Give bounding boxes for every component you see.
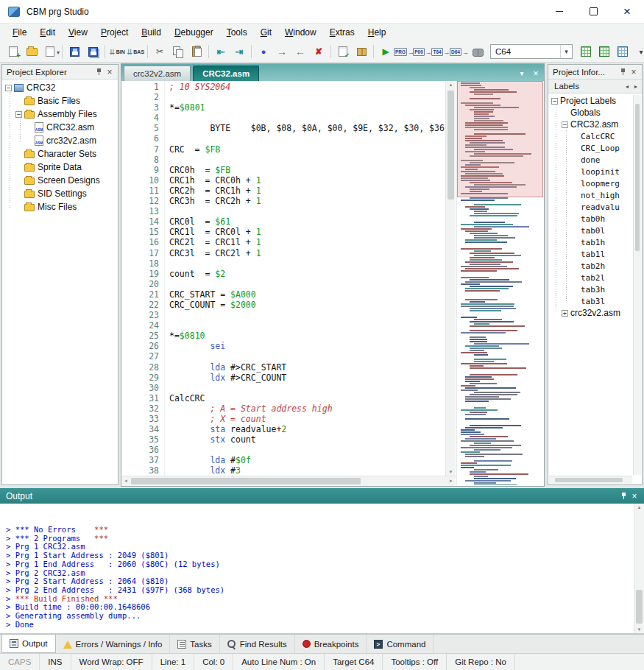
close-document-icon[interactable] (530, 66, 542, 81)
project-tree-item[interactable]: Sprite Data (2, 161, 118, 174)
pin-icon[interactable] (618, 67, 628, 77)
close-panel-icon[interactable] (105, 67, 115, 77)
tab-list-dropdown-icon[interactable] (516, 66, 528, 81)
syntax-check-button[interactable] (334, 43, 352, 60)
code-line[interactable]: CRC0h = $FB (169, 165, 445, 175)
code-line[interactable] (169, 383, 445, 393)
label-tree-item[interactable]: tab3l (548, 295, 642, 307)
export-p00-button[interactable]: P00 (414, 43, 431, 60)
label-tree-item[interactable]: readvalu (548, 201, 642, 213)
status-tooltips[interactable]: Tooltips : Off (383, 654, 447, 670)
close-panel-icon[interactable] (629, 67, 639, 77)
code-line[interactable]: lda #>CRC_START (169, 362, 445, 373)
disconnect-button[interactable] (469, 43, 486, 60)
scrollbar-thumb[interactable] (447, 91, 454, 200)
code-line[interactable] (169, 113, 445, 123)
scroll-down-icon[interactable] (446, 470, 456, 474)
label-tree-item[interactable]: tab0l (548, 225, 642, 236)
labels-vertical-scrollbar[interactable] (633, 95, 641, 475)
project-tree-item[interactable]: −CRC32 (2, 81, 118, 94)
code-line[interactable]: CRC1l = CRC0l + 1 (169, 227, 445, 237)
chevron-down-icon[interactable] (560, 45, 572, 58)
project-tree-item[interactable]: Screen Designs (2, 174, 118, 187)
scroll-tabs-right-icon[interactable] (631, 80, 640, 93)
run-button[interactable] (377, 43, 394, 60)
menu-file[interactable]: File (6, 25, 33, 40)
code-line[interactable]: CRC3h = CRC2h + 1 (169, 196, 445, 206)
code-line[interactable] (169, 92, 445, 102)
next-error-button[interactable] (273, 43, 291, 60)
close-button[interactable] (610, 0, 644, 23)
code-line[interactable] (169, 310, 445, 320)
menu-git[interactable]: Git (254, 25, 278, 40)
code-line[interactable]: lda #$0f (169, 455, 445, 465)
tab-crc32-asm[interactable]: CRC32.asm (193, 66, 259, 81)
scroll-up-icon[interactable] (634, 505, 644, 509)
labels-horizontal-scrollbar[interactable] (549, 476, 632, 484)
output-console[interactable]: > *** No Errors ***> *** 2 Programs ***>… (0, 504, 644, 634)
convert-bas-button[interactable]: BAS (127, 43, 144, 60)
copy-button[interactable] (169, 43, 187, 60)
label-tree-item[interactable]: loopinit (548, 166, 642, 177)
scrollbar-thumb[interactable] (131, 478, 361, 484)
menu-view[interactable]: View (62, 25, 94, 40)
menu-build[interactable]: Build (135, 25, 168, 40)
save-button[interactable] (66, 43, 83, 60)
code-line[interactable] (169, 155, 445, 165)
menu-project[interactable]: Project (94, 25, 135, 40)
new-project-button[interactable] (4, 43, 22, 60)
collapse-icon[interactable]: − (5, 85, 12, 91)
compile-button[interactable] (255, 43, 272, 60)
menu-debugger[interactable]: Debugger (168, 25, 220, 40)
export-t64-button[interactable]: T64 (432, 43, 450, 60)
charset-editor-button[interactable] (577, 43, 595, 60)
label-tree-item[interactable]: tab1h (548, 236, 642, 248)
label-tree-item[interactable]: tab2h (548, 260, 642, 272)
code-line[interactable] (169, 133, 445, 144)
indent-button[interactable] (230, 43, 248, 60)
status-word-wrap[interactable]: Word Wrap: OFF (71, 654, 152, 670)
label-tree-item[interactable]: tab0h (548, 213, 642, 225)
label-tree-item[interactable]: Globals (548, 107, 642, 119)
convert-bin-button[interactable]: BIN (108, 43, 126, 60)
scrollbar-thumb[interactable] (636, 590, 643, 624)
label-tree-item[interactable]: CalcCRC (548, 130, 642, 142)
prev-error-button[interactable] (291, 43, 309, 60)
editor-horizontal-scrollbar[interactable] (121, 476, 456, 486)
scrollbar-thumb[interactable] (555, 478, 623, 482)
code-line[interactable]: CRC2l = CRC1l + 1 (169, 237, 445, 247)
paste-button[interactable] (188, 43, 205, 60)
code-line[interactable]: sei (169, 341, 445, 351)
project-tree-item[interactable]: ASMcrc32v2.asm (2, 134, 118, 147)
target-select[interactable]: C64 (490, 44, 573, 59)
tab-errors-warnings-info[interactable]: Errors / Warnings / Info (56, 635, 171, 653)
project-tree-item[interactable]: Character Sets (2, 147, 118, 161)
label-tree-item[interactable]: CRC_Loop (548, 142, 642, 154)
pin-icon[interactable] (618, 491, 629, 501)
menu-window[interactable]: Window (278, 25, 323, 40)
tab-find-results[interactable]: Find Results (220, 635, 295, 653)
code-line[interactable]: ; A = Start address high (169, 403, 445, 414)
cut-button[interactable] (151, 43, 169, 60)
code-line[interactable]: ldx #3 (169, 465, 445, 476)
code-editor[interactable]: ; 10 SYS2064 *=$0801 BYTE $0B, $08, $0A,… (164, 81, 445, 476)
menu-extras[interactable]: Extras (323, 25, 361, 40)
outdent-button[interactable] (212, 43, 230, 60)
code-line[interactable]: stx count (169, 434, 445, 445)
stop-button[interactable] (310, 43, 328, 60)
code-line[interactable]: BYTE $0B, $08, $0A, $00, $9E, $32, $30, … (169, 123, 445, 133)
code-line[interactable] (169, 279, 445, 289)
label-tree-item[interactable]: tab1l (548, 248, 642, 260)
label-tree-item[interactable]: done (548, 154, 642, 166)
tab-tasks[interactable]: Tasks (170, 635, 219, 653)
project-tree-item[interactable]: SID Settings (2, 187, 118, 200)
code-line[interactable]: CalcCRC (169, 393, 445, 403)
code-line[interactable]: ldx #>CRC_COUNT (169, 373, 445, 383)
build-button[interactable] (353, 43, 370, 60)
code-line[interactable]: *=$0801 (169, 102, 445, 113)
code-line[interactable]: CRC = $FB (169, 144, 445, 155)
code-line[interactable] (169, 445, 445, 455)
scroll-down-icon[interactable] (634, 627, 644, 632)
toolbar-overflow-dropdown[interactable] (632, 43, 644, 60)
collapse-icon[interactable]: − (562, 121, 568, 128)
